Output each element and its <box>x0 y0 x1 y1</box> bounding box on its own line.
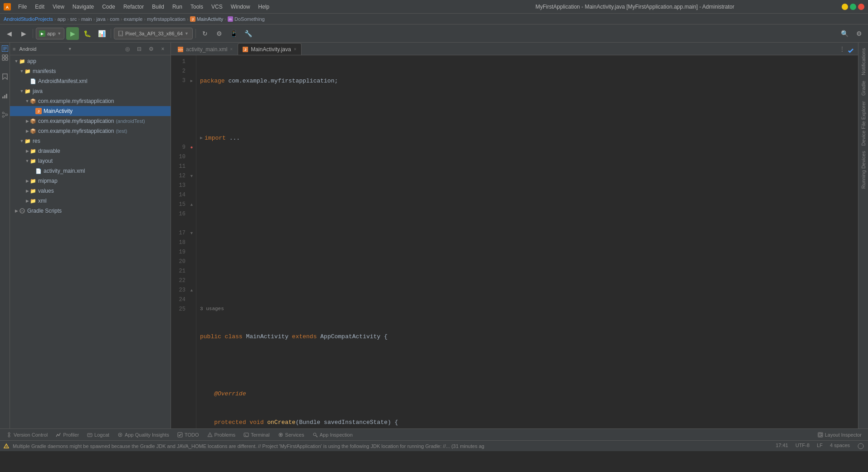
tab-mainactivity-java[interactable]: J MainActivity.java × <box>238 43 301 55</box>
device-selector-dropdown[interactable]: Pixel_3a_API_33_x86_64 ▼ <box>114 28 193 39</box>
svg-line-48 <box>316 435 317 437</box>
breadcrumb-item[interactable]: myfirstapplication <box>147 16 185 22</box>
build-variants-button[interactable] <box>1 92 9 100</box>
tree-item-app[interactable]: ▼ 📁 app <box>10 56 171 66</box>
tree-item-res[interactable]: ▼ 📁 res <box>10 136 171 146</box>
maximize-button[interactable]: □ <box>850 4 856 10</box>
breadcrumb-item[interactable]: src <box>70 16 77 22</box>
tree-item-package-androidtest[interactable]: ▶ 📦 com.example.myfirstapplication (andr… <box>10 116 171 126</box>
back-button[interactable]: ◀ <box>3 27 15 40</box>
profiler-tool[interactable]: Profiler <box>53 431 82 438</box>
menu-navigate[interactable]: Navigate <box>69 3 98 11</box>
gradle-panel-button[interactable]: Gradle <box>860 79 867 97</box>
resource-manager-button[interactable] <box>1 54 9 62</box>
profile-button[interactable]: 📊 <box>95 27 108 40</box>
menu-bar: File Edit View Navigate Code Refactor Bu… <box>15 3 428 11</box>
terminal-tool[interactable]: Terminal <box>241 431 273 438</box>
gradle-sync-button[interactable]: ⚙ <box>213 27 226 40</box>
settings-gear-button[interactable]: ⚙ <box>146 44 156 54</box>
menu-build[interactable]: Build <box>148 3 168 11</box>
tree-item-package-main[interactable]: ▼ 📦 com.example.myfirstapplication <box>10 96 171 106</box>
menu-refactor[interactable]: Refactor <box>120 3 147 11</box>
tree-item-values[interactable]: ▶ 📁 values <box>10 186 171 196</box>
status-encoding[interactable]: UTF-8 <box>795 443 809 450</box>
tab-activity-main-xml[interactable]: </> activity_main.xml × <box>173 43 238 55</box>
panel-close-button[interactable]: × <box>158 44 168 54</box>
code-area[interactable]: package com.example.myfirstapplication; … <box>196 55 858 428</box>
tree-item-androidmanifest[interactable]: 📄 AndroidManifest.xml <box>10 76 171 86</box>
sync-button[interactable]: ↻ <box>199 27 211 40</box>
window-title: MyFirstApplication - MainActivity.java [… <box>428 4 842 10</box>
tab-close-activity-main[interactable]: × <box>230 47 233 52</box>
services-tool[interactable]: Services <box>275 431 307 438</box>
menu-tools[interactable]: Tools <box>187 3 207 11</box>
project-panel-title: Android <box>19 46 66 52</box>
tree-item-gradle-scripts[interactable]: ▶ Gradle Scripts <box>10 206 171 216</box>
app-quality-insights-tool[interactable]: App Quality Insights <box>115 431 172 438</box>
search-everywhere-button[interactable]: 🔍 <box>838 27 851 40</box>
status-line-ending[interactable]: LF <box>817 443 823 450</box>
notifications-panel-button[interactable]: Notifications <box>860 46 867 77</box>
project-tool-button[interactable] <box>1 44 9 53</box>
device-file-explorer-button[interactable]: Device File Explorer <box>860 99 867 147</box>
svg-point-23 <box>6 114 8 116</box>
menu-view[interactable]: View <box>49 3 68 11</box>
avd-button[interactable]: 📱 <box>228 27 240 40</box>
close-button[interactable]: × <box>858 4 864 10</box>
breadcrumb-item[interactable]: com <box>110 16 119 22</box>
structure-button[interactable] <box>1 111 9 119</box>
usage-hint-1: 3 usages <box>200 305 854 313</box>
breadcrumb-item[interactable]: example <box>124 16 143 22</box>
logcat-tool[interactable]: Logcat <box>84 431 112 438</box>
problems-tool[interactable]: Problems <box>205 431 238 438</box>
menu-file[interactable]: File <box>15 3 30 11</box>
layout-inspector-tool[interactable]: Layout Inspector <box>815 431 864 438</box>
menu-vcs[interactable]: VCS <box>208 3 226 11</box>
tree-item-mipmap[interactable]: ▶ 📁 mipmap <box>10 176 171 186</box>
app-selector-dropdown[interactable]: ▶ app ▼ <box>36 28 64 39</box>
version-control-tool[interactable]: Version Control <box>4 431 50 438</box>
tree-item-package-test[interactable]: ▶ 📦 com.example.myfirstapplication (test… <box>10 126 171 136</box>
svg-rect-51 <box>821 433 822 434</box>
status-indent[interactable]: 4 spaces <box>830 443 850 450</box>
breadcrumb-current-file[interactable]: J MainActivity <box>190 16 224 22</box>
menu-help[interactable]: Help <box>254 3 273 11</box>
menu-edit[interactable]: Edit <box>31 3 48 11</box>
tree-item-java[interactable]: ▼ 📁 java <box>10 86 171 96</box>
breadcrumb-method[interactable]: m DoSomething <box>228 16 265 22</box>
minimize-button[interactable]: − <box>842 4 848 10</box>
locate-button[interactable]: ◎ <box>122 44 132 54</box>
menu-run[interactable]: Run <box>169 3 186 11</box>
todo-tool[interactable]: TODO <box>175 431 202 438</box>
breadcrumb-item[interactable]: AndroidStudioProjects <box>4 16 53 22</box>
collapse-all-button[interactable]: ⊟ <box>134 44 144 54</box>
code-line-8 <box>200 276 854 286</box>
settings-button[interactable]: ⚙ <box>853 27 865 40</box>
tree-item-layout[interactable]: ▼ 📁 layout <box>10 156 171 166</box>
menu-window[interactable]: Window <box>227 3 254 11</box>
editor-content[interactable]: 1 2 3 9 10 11 12 13 14 15 16 17 18 <box>171 55 858 428</box>
tree-item-activity-main-xml[interactable]: 📄 activity_main.xml <box>10 166 171 176</box>
forward-button[interactable]: ▶ <box>17 27 30 40</box>
running-devices-button[interactable]: Running Devices <box>860 149 867 190</box>
run-button[interactable]: ▶ <box>66 27 79 40</box>
breadcrumb-item[interactable]: main <box>81 16 92 22</box>
toolbar: ◀ ▶ ▶ app ▼ ▶ 🐛 📊 Pixel_3a_API_33_x86_64… <box>0 24 868 43</box>
debug-button[interactable]: 🐛 <box>81 27 93 40</box>
breadcrumb-item[interactable]: app <box>58 16 66 22</box>
bookmarks-button[interactable] <box>1 73 9 81</box>
svg-marker-18 <box>3 74 7 79</box>
svg-point-55 <box>858 443 863 449</box>
app-inspection-tool[interactable]: App Inspection <box>310 431 356 438</box>
menu-code[interactable]: Code <box>98 3 119 11</box>
tree-item-drawable[interactable]: ▶ 📁 drawable <box>10 146 171 156</box>
breadcrumb-item[interactable]: java <box>96 16 105 22</box>
code-line-1: package com.example.myfirstapplication; <box>200 76 854 86</box>
sdk-button[interactable]: 🔧 <box>242 27 255 40</box>
svg-rect-9 <box>120 35 122 35</box>
tab-close-mainactivity[interactable]: × <box>294 47 297 52</box>
editor-settings-button[interactable]: ⋮ <box>837 44 847 54</box>
tree-item-mainactivity[interactable]: J MainActivity <box>10 106 171 116</box>
tree-item-manifests[interactable]: ▼ 📁 manifests <box>10 66 171 76</box>
tree-item-xml[interactable]: ▶ 📁 xml <box>10 196 171 206</box>
